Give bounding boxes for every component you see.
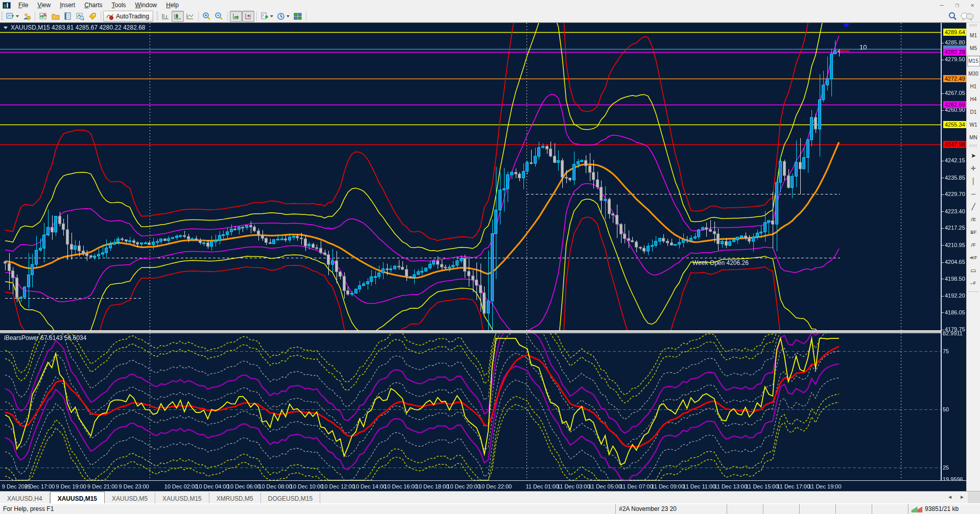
terminal-icon bbox=[64, 12, 72, 20]
fibo-arcs-button[interactable]: ⌐F bbox=[967, 278, 980, 289]
timeframe-button-m1[interactable]: M1 bbox=[967, 30, 980, 41]
time-axis-label: 9 Dec 23:00 bbox=[119, 483, 149, 489]
menu-item-charts[interactable]: Charts bbox=[80, 1, 107, 10]
chat-button[interactable] bbox=[959, 11, 976, 22]
chart-shift-button[interactable] bbox=[242, 11, 254, 22]
menu-item-insert[interactable]: Insert bbox=[55, 1, 80, 10]
toolbar-separator bbox=[198, 12, 199, 21]
timeframe-button-m15[interactable]: M15 bbox=[967, 56, 980, 66]
vertical-line-button[interactable]: │ bbox=[967, 176, 980, 187]
close-button[interactable]: ✕ bbox=[965, 1, 980, 10]
periods-button[interactable] bbox=[275, 11, 292, 22]
market-watch-button[interactable] bbox=[37, 11, 50, 22]
auto-scroll-button[interactable] bbox=[230, 11, 242, 22]
timeframe-button-m5[interactable]: M5 bbox=[967, 43, 980, 54]
price-tick: 4198.50 bbox=[942, 276, 965, 282]
price-badge: 4255.34 bbox=[943, 121, 967, 128]
terminal-button[interactable] bbox=[62, 11, 74, 22]
cursor-button[interactable]: ➤ bbox=[967, 150, 980, 161]
menu-items: FileViewInsertChartsToolsWindowHelp bbox=[14, 1, 183, 10]
time-axis-label: 10 Dec 14:00 bbox=[353, 483, 386, 489]
menu-bar: FileViewInsertChartsToolsWindowHelp – ❐ … bbox=[0, 0, 980, 10]
trendline-button[interactable]: ╱ bbox=[967, 201, 980, 212]
toolbar-grip bbox=[1, 12, 3, 21]
line-chart-button[interactable] bbox=[184, 11, 196, 22]
price-tick-label: 4229.70 bbox=[945, 191, 965, 197]
fibo-expansion-button[interactable]: ≪F bbox=[967, 252, 980, 263]
zoom-out-icon bbox=[214, 12, 223, 20]
price-axis[interactable]: 4285.804279.504267.054260.904242.154235.… bbox=[941, 23, 966, 480]
toolbar-grip bbox=[156, 12, 158, 21]
fibo-retracement-button[interactable]: ≣F bbox=[967, 227, 980, 238]
time-axis-label: 10 Dec 04:00 bbox=[196, 483, 229, 489]
status-context-cell[interactable]: #2A November 23 20 bbox=[615, 504, 727, 514]
status-cell bbox=[872, 504, 908, 514]
tab-xauusd-m15[interactable]: XAUUSD,M15 bbox=[50, 492, 105, 503]
indicator-level-label: 25 bbox=[943, 464, 949, 471]
strategy-tester-button[interactable] bbox=[74, 11, 86, 22]
price-tick-label: 4223.40 bbox=[945, 208, 965, 214]
navigator-button[interactable] bbox=[50, 11, 62, 22]
tab-xauusd-h4[interactable]: XAUUSD,H4 bbox=[0, 493, 50, 503]
timeframe-button-h4[interactable]: H4 bbox=[967, 94, 980, 105]
zoom-in-button[interactable] bbox=[201, 11, 213, 22]
new-chart-button[interactable] bbox=[4, 11, 20, 22]
tab-dogeusd-m15[interactable]: DOGEUSD,M15 bbox=[261, 493, 320, 503]
chart-shift-icon bbox=[244, 12, 252, 20]
status-bar: For Help, press F1 #2A November 23 20 93… bbox=[0, 503, 980, 514]
timeframe-button-w1[interactable]: W1 bbox=[967, 119, 980, 130]
crosshair-button[interactable]: ✛ bbox=[967, 163, 980, 174]
restore-button[interactable]: ❐ bbox=[949, 1, 965, 10]
fibo-channel-button[interactable]: ⫽F bbox=[967, 239, 980, 251]
timeframe-button-mn[interactable]: MN bbox=[967, 132, 980, 143]
menu-item-window[interactable]: Window bbox=[131, 1, 162, 10]
tab-xmrusd-m5[interactable]: XMRUSD,M5 bbox=[209, 493, 261, 503]
price-badge: 4272.49 bbox=[943, 75, 967, 82]
price-tick-label: 4192.20 bbox=[945, 292, 965, 299]
minimize-button[interactable]: – bbox=[934, 1, 949, 10]
candlestick-chart-button[interactable] bbox=[172, 11, 184, 22]
timeframe-button-h1[interactable]: H1 bbox=[967, 81, 980, 92]
periods-icon bbox=[277, 12, 285, 20]
tile-windows-button[interactable] bbox=[292, 11, 304, 22]
tab-xauusd-m15[interactable]: XAUUSD,M15 bbox=[155, 493, 209, 503]
price-tick-label: 4279.50 bbox=[945, 56, 965, 62]
profiles-button[interactable] bbox=[20, 11, 33, 22]
indicators-icon: f bbox=[261, 12, 269, 20]
horizontal-line-button[interactable]: ─ bbox=[967, 188, 980, 200]
time-axis[interactable]: 9 Dec 20259 Dec 17:009 Dec 19:009 Dec 21… bbox=[0, 480, 966, 492]
right-sidebar: M1M5M15M30H1H4D1W1MN➤✛│─╱⫽E≣F⫽F≪F▭⌐F bbox=[966, 22, 980, 491]
week-open-label: Week Open 4206.26 bbox=[692, 259, 749, 266]
timeframe-button-m30[interactable]: M30 bbox=[967, 68, 980, 79]
sidebar-grip bbox=[970, 144, 977, 147]
menu-item-file[interactable]: File bbox=[14, 1, 33, 10]
equidistant-channel-button[interactable]: ⫽E bbox=[967, 214, 980, 225]
time-axis-label: 9 Dec 17:00 bbox=[25, 483, 55, 489]
autotrading-button[interactable]: AutoTrading bbox=[103, 11, 153, 22]
auto-scroll-icon bbox=[232, 12, 240, 20]
tab-xauusd-m5[interactable]: XAUUSD,M5 bbox=[105, 493, 155, 503]
pane-splitter[interactable] bbox=[0, 330, 966, 333]
time-axis-label: 10 Dec 16:00 bbox=[384, 483, 417, 489]
menu-item-help[interactable]: Help bbox=[161, 1, 183, 10]
bar-chart-button[interactable] bbox=[159, 11, 172, 22]
menu-item-tools[interactable]: Tools bbox=[107, 1, 131, 10]
tabs-scroll-left-button[interactable]: ◄ bbox=[947, 494, 952, 500]
metatrader-window: FileViewInsertChartsToolsWindowHelp – ❐ … bbox=[0, 0, 980, 514]
timeframe-button-d1[interactable]: D1 bbox=[967, 107, 980, 117]
time-axis-label: 11 Dec 03:00 bbox=[557, 483, 590, 489]
indicator-chart-canvas[interactable] bbox=[0, 333, 941, 480]
indicators-button[interactable]: f bbox=[259, 11, 275, 22]
time-axis-label: 11 Dec 19:00 bbox=[808, 483, 842, 489]
price-chart-canvas[interactable] bbox=[0, 23, 941, 330]
tabs-scroll-right-button[interactable]: ► bbox=[960, 494, 965, 500]
new-order-button[interactable] bbox=[86, 11, 99, 22]
price-badge: 4282.29 bbox=[943, 48, 967, 56]
autotrading-icon bbox=[106, 12, 114, 20]
menu-item-view[interactable]: View bbox=[33, 1, 55, 10]
zoom-out-button[interactable] bbox=[213, 11, 225, 22]
rectangle-button[interactable]: ▭ bbox=[967, 265, 980, 276]
search-button[interactable] bbox=[946, 11, 959, 22]
chart-dropdown-icon[interactable] bbox=[4, 27, 8, 29]
price-tick: 4267.05 bbox=[942, 90, 965, 96]
